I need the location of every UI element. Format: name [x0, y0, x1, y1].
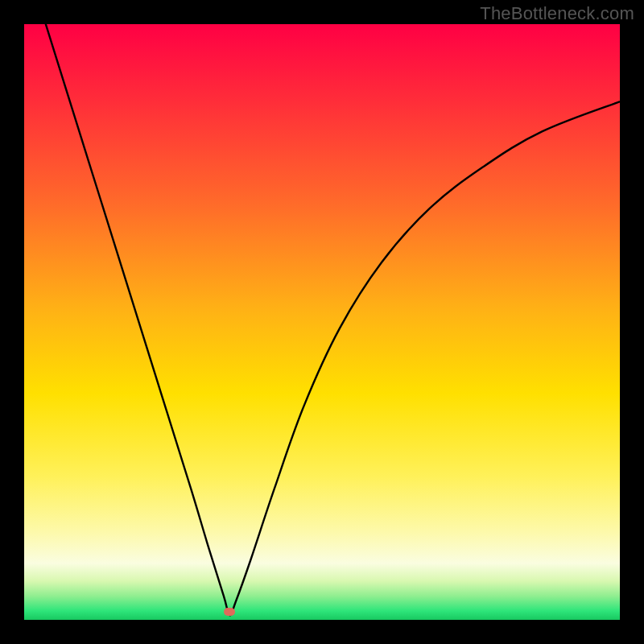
plot-area — [24, 24, 620, 620]
bottleneck-curve — [24, 24, 620, 620]
watermark-text: TheBottleneck.com — [480, 3, 634, 24]
optimal-point-marker — [224, 608, 235, 616]
chart-frame: TheBottleneck.com — [0, 0, 644, 644]
